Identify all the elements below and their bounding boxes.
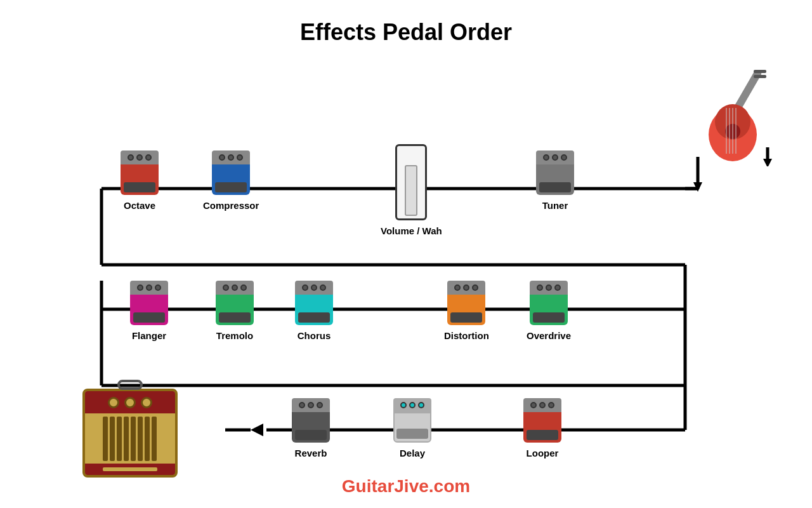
knob xyxy=(537,284,543,291)
pedal-label: Octave xyxy=(124,200,155,211)
guitar-icon xyxy=(698,65,774,166)
svg-marker-11 xyxy=(251,424,263,436)
amp-speaker-area xyxy=(89,413,171,464)
pedal-distortion: Distortion xyxy=(444,281,489,341)
knob xyxy=(219,154,225,161)
pedal-foot xyxy=(215,182,247,192)
pedal-foot xyxy=(295,430,327,440)
knob xyxy=(530,402,537,408)
knob xyxy=(409,402,416,408)
pedal-main xyxy=(295,295,333,325)
grille-bar xyxy=(103,417,108,461)
pedal-foot xyxy=(133,312,165,323)
grille-bar xyxy=(152,417,157,461)
knob xyxy=(463,284,469,291)
pedal-foot xyxy=(539,182,571,192)
svg-rect-17 xyxy=(754,70,766,73)
knob xyxy=(539,402,546,408)
knob xyxy=(128,154,134,161)
pedal-top xyxy=(393,398,431,412)
pedal-foot xyxy=(298,312,330,323)
knob xyxy=(240,284,247,291)
footer-link[interactable]: GuitarJive.com xyxy=(342,476,470,497)
knob xyxy=(543,154,549,161)
knob xyxy=(317,402,323,408)
knob xyxy=(454,284,461,291)
pedal-foot xyxy=(219,312,251,323)
pedal-main xyxy=(121,164,159,195)
knob xyxy=(546,284,552,291)
pedal-foot xyxy=(450,312,482,323)
svg-rect-18 xyxy=(754,75,766,78)
amp-knob xyxy=(124,397,136,408)
pedal-top xyxy=(292,398,330,412)
pedal-label: Compressor xyxy=(203,200,259,211)
amp-grille xyxy=(103,417,157,461)
knob xyxy=(472,284,478,291)
pedal-volume-wah: Volume / Wah xyxy=(381,144,442,236)
diagram-area: Octave Compressor Volume / Wah xyxy=(0,52,812,508)
wah-rocker xyxy=(405,165,417,216)
pedal-top xyxy=(523,398,561,412)
pedal-flanger: Flanger xyxy=(127,281,171,341)
page-title: Effects Pedal Order xyxy=(0,0,812,46)
pedal-top xyxy=(536,150,574,164)
pedal-overdrive: Overdrive xyxy=(527,281,571,341)
volume-wah-body xyxy=(395,144,427,220)
knob xyxy=(237,154,243,161)
knob xyxy=(308,402,314,408)
knob xyxy=(302,284,308,291)
pedal-top xyxy=(121,150,159,164)
pedal-main xyxy=(130,295,168,325)
amp-handle xyxy=(117,380,143,390)
pedal-label: Flanger xyxy=(132,330,166,341)
knob xyxy=(299,402,305,408)
pedal-main xyxy=(292,412,330,443)
pedal-top xyxy=(295,281,333,295)
pedal-label: Distortion xyxy=(444,330,489,341)
pedal-main xyxy=(393,412,431,443)
grille-bar xyxy=(145,417,150,461)
pedal-main xyxy=(447,295,485,325)
knob xyxy=(400,402,407,408)
pedal-foot xyxy=(124,182,155,192)
knob xyxy=(561,154,567,161)
knob xyxy=(552,154,558,161)
pedal-foot xyxy=(527,430,558,440)
knob xyxy=(155,284,161,291)
grille-bar xyxy=(110,417,115,461)
knob xyxy=(146,284,152,291)
svg-marker-27 xyxy=(763,159,772,166)
pedal-main xyxy=(212,164,250,195)
amp-knob xyxy=(108,397,119,408)
pedal-top xyxy=(130,281,168,295)
amp-bottom-strip xyxy=(103,467,157,471)
amp-body xyxy=(82,389,178,478)
pedal-tuner: Tuner xyxy=(533,150,577,211)
knob xyxy=(145,154,152,161)
pedal-label: Volume / Wah xyxy=(381,225,442,236)
pedal-top xyxy=(212,150,250,164)
knob xyxy=(228,154,234,161)
pedal-chorus: Chorus xyxy=(292,281,336,341)
amplifier xyxy=(82,389,178,478)
grille-bar xyxy=(131,417,136,461)
pedal-top xyxy=(530,281,568,295)
knob xyxy=(311,284,317,291)
knob xyxy=(320,284,326,291)
pedal-label: Chorus xyxy=(298,330,331,341)
pedal-looper: Looper xyxy=(520,398,565,458)
amp-top-bar xyxy=(85,391,175,413)
knob xyxy=(137,284,143,291)
pedal-label: Looper xyxy=(527,448,559,458)
knob xyxy=(554,284,561,291)
amp-knob xyxy=(141,397,152,408)
pedal-reverb: Reverb xyxy=(289,398,333,458)
grille-bar xyxy=(138,417,143,461)
amp-bottom xyxy=(85,464,175,475)
pedal-foot xyxy=(396,429,428,439)
grille-bar xyxy=(124,417,129,461)
pedal-foot xyxy=(533,312,565,323)
pedal-main xyxy=(523,412,561,443)
pedal-label: Delay xyxy=(400,448,425,458)
